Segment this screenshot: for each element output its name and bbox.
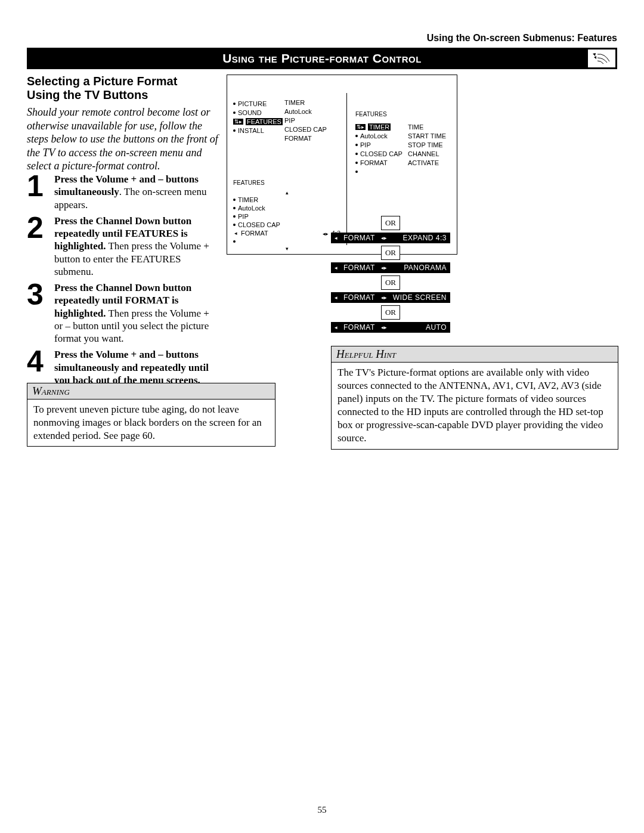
arrows-icon: ◂▸ [381, 295, 387, 301]
or-chip: OR [381, 305, 400, 320]
intro-paragraph: Should your remote control become lost o… [27, 106, 224, 173]
osd-features-submenu: FEATURES ⇅▸TIMER AutoLock PIP CLOSED CAP… [355, 111, 451, 176]
format-option-row: ◂ FORMAT ◂▸ EXPAND 4:3 [331, 233, 450, 243]
step-number: 2 [27, 215, 47, 278]
format-label: FORMAT [343, 264, 375, 272]
step-number: 3 [27, 281, 47, 345]
step-2: 2 Press the Channel Down button repeated… [27, 215, 218, 278]
subtitle-line-1: Selecting a Picture Format [27, 75, 236, 88]
running-head: Using the On-screen Submenus: Features [427, 33, 617, 44]
hint-head: Helpful Hint [332, 346, 618, 363]
osd-main-menu: PICTURE SOUND ⇅▸FEATURES INSTALL [233, 99, 284, 135]
format-option-row: ◂ FORMAT ◂▸ WIDE SCREEN [331, 292, 450, 303]
osd-featsub-col2: TIME START TIME STOP TIME CHANNEL ACTIVA… [408, 122, 446, 167]
osd-feature-item-selected: ◂FORMAT◂▸ 4:3 [233, 229, 340, 237]
osd-featsub-item [355, 167, 451, 176]
subsection-heading: Selecting a Picture Format Using the TV … [27, 75, 236, 102]
osd-main-item-selected: ⇅▸FEATURES [233, 117, 284, 126]
osd-col2-item: CLOSED CAP [284, 126, 332, 135]
format-value: EXPAND 4:3 [403, 234, 447, 242]
section-title: Using the Picture-format Control [222, 51, 422, 66]
step-text: Press the Channel Down button repeatedly… [54, 281, 218, 345]
step-text: Press the Volume + and – buttons simulta… [54, 173, 218, 211]
hint-box: Helpful Hint The TV's Picture-format opt… [331, 346, 618, 450]
format-label: FORMAT [343, 293, 375, 302]
format-value: AUTO [426, 323, 447, 332]
osd-feature-item: AutoLock [233, 204, 340, 212]
osd-main-item: INSTALL [233, 126, 284, 135]
arrows-icon: ◂▸ [381, 235, 387, 241]
osd-col2-item: TIMER [284, 99, 332, 108]
format-value: WIDE SCREEN [393, 293, 447, 302]
step-4: 4 Press the Volume + and – buttons simul… [27, 348, 218, 386]
osd-feature-item: CLOSED CAP [233, 221, 340, 229]
left-arrow-icon: ◂ [335, 235, 338, 241]
format-option-row: ◂ FORMAT ◂▸ AUTO [331, 322, 450, 333]
format-option-row: ◂ FORMAT ◂▸ PANORAMA [331, 262, 450, 273]
or-chip: OR [381, 216, 400, 230]
osd-col2-item: AutoLock [284, 108, 332, 117]
remote-icon [588, 49, 615, 67]
arrows-icon: ◂▸ [381, 324, 387, 330]
format-value: PANORAMA [404, 264, 447, 272]
osd-features-menu: FEATURES ▴ TIMER AutoLock PIP CLOSED CAP… [233, 179, 340, 252]
warning-box: Warning To prevent uneven picture tube a… [27, 383, 275, 447]
format-label: FORMAT [343, 234, 375, 242]
osd-col2-item: FORMAT [284, 135, 332, 144]
warning-head: Warning [27, 383, 275, 400]
svg-marker-1 [594, 56, 596, 59]
step-number: 4 [27, 348, 47, 386]
subtitle-line-2: Using the TV Buttons [27, 88, 236, 102]
numbered-steps: 1 Press the Volume + and – buttons simul… [27, 169, 218, 386]
or-chip: OR [381, 246, 400, 260]
left-arrow-icon: ◂ [335, 324, 338, 330]
left-arrow-icon: ◂ [335, 265, 338, 271]
osd-features-header: FEATURES [233, 179, 340, 186]
step-1: 1 Press the Volume + and – buttons simul… [27, 173, 218, 211]
osd-main-item: PICTURE [233, 99, 284, 108]
step-number: 1 [27, 173, 47, 211]
osd-featsub-header: FEATURES [355, 111, 451, 117]
or-chip: OR [381, 275, 400, 290]
warning-body: To prevent uneven picture tube aging, do… [27, 400, 275, 446]
osd-main-item: SOUND [233, 108, 284, 117]
osd-feature-item [233, 237, 340, 246]
osd-col2-item: PIP [284, 117, 332, 126]
osd-main-col2: TIMER AutoLock PIP CLOSED CAP FORMAT [284, 99, 332, 144]
step-text: Press the Volume + and – buttons simulta… [54, 348, 218, 386]
step-text: Press the Channel Down button repeatedly… [54, 215, 218, 278]
svg-marker-0 [593, 53, 596, 56]
format-option-stack: OR ◂ FORMAT ◂▸ EXPAND 4:3 OR ◂ FORMAT ◂▸… [331, 213, 450, 333]
hint-body: The TV's Picture-format options are avai… [332, 363, 618, 449]
osd-feature-item: PIP [233, 212, 340, 221]
page-number: 55 [0, 805, 644, 815]
format-label: FORMAT [343, 323, 375, 332]
osd-feature-item: TIMER [233, 196, 340, 204]
step-3: 3 Press the Channel Down button repeated… [27, 281, 218, 345]
section-title-bar: Using the Picture-format Control [27, 48, 617, 69]
arrows-icon: ◂▸ [381, 265, 387, 271]
left-arrow-icon: ◂ [335, 295, 338, 301]
